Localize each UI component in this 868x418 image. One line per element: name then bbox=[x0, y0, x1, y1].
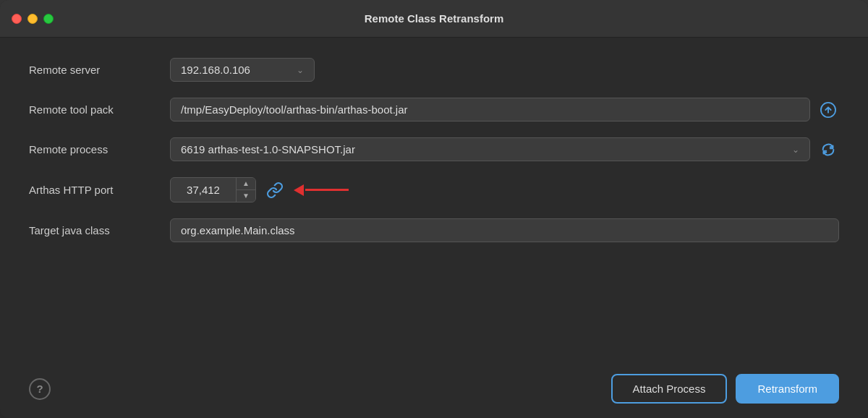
arthas-http-port-row: Arthas HTTP port 37,412 ▲ ▼ bbox=[29, 177, 839, 202]
port-stepper: ▲ ▼ bbox=[236, 178, 255, 202]
remote-process-dropdown[interactable]: 6619 arthas-test-1.0-SNAPSHOT.jar ⌄ bbox=[170, 137, 810, 161]
footer-buttons: Attach Process Retransform bbox=[611, 374, 839, 404]
link-icon bbox=[266, 182, 284, 199]
title-bar: Remote Class Retransform bbox=[0, 0, 868, 38]
remote-process-row: Remote process 6619 arthas-test-1.0-SNAP… bbox=[29, 137, 839, 161]
refresh-button[interactable] bbox=[817, 139, 839, 161]
remote-process-chevron-icon: ⌄ bbox=[792, 145, 799, 155]
refresh-icon bbox=[820, 142, 836, 158]
target-java-class-row: Target java class bbox=[29, 218, 839, 242]
port-value[interactable]: 37,412 bbox=[171, 179, 236, 201]
port-input-box: 37,412 ▲ ▼ bbox=[170, 177, 256, 202]
help-button[interactable]: ? bbox=[29, 378, 51, 400]
chevron-down-icon: ⌄ bbox=[297, 65, 304, 75]
remote-server-value: 192.168.0.106 bbox=[181, 64, 250, 76]
link-button[interactable] bbox=[263, 179, 286, 202]
footer: ? Attach Process Retransform bbox=[0, 371, 868, 418]
form-content: Remote server 192.168.0.106 ⌄ Remote too… bbox=[0, 38, 868, 371]
upload-icon bbox=[820, 102, 836, 118]
remote-server-dropdown[interactable]: 192.168.0.106 ⌄ bbox=[170, 58, 315, 82]
remote-tool-pack-input[interactable] bbox=[170, 98, 810, 121]
upload-button[interactable] bbox=[817, 99, 839, 121]
minimize-button[interactable] bbox=[27, 14, 38, 24]
remote-tool-pack-label: Remote tool pack bbox=[29, 103, 170, 116]
attach-process-button[interactable]: Attach Process bbox=[611, 374, 728, 404]
arthas-http-port-control: 37,412 ▲ ▼ bbox=[170, 177, 839, 202]
port-increment-button[interactable]: ▲ bbox=[237, 178, 255, 190]
remote-process-control: 6619 arthas-test-1.0-SNAPSHOT.jar ⌄ bbox=[170, 137, 839, 161]
remote-server-row: Remote server 192.168.0.106 ⌄ bbox=[29, 58, 839, 82]
remote-tool-pack-row: Remote tool pack bbox=[29, 98, 839, 121]
target-java-class-input[interactable] bbox=[170, 218, 839, 242]
arthas-http-port-label: Arthas HTTP port bbox=[29, 184, 170, 196]
port-decrement-button[interactable]: ▼ bbox=[237, 190, 255, 202]
remote-tool-pack-control bbox=[170, 98, 839, 121]
close-button[interactable] bbox=[12, 14, 22, 24]
window-title: Remote Class Retransform bbox=[365, 12, 504, 25]
remote-process-value: 6619 arthas-test-1.0-SNAPSHOT.jar bbox=[181, 143, 792, 155]
red-arrow-indicator bbox=[294, 184, 349, 196]
target-java-class-label: Target java class bbox=[29, 224, 170, 236]
remote-process-label: Remote process bbox=[29, 143, 170, 155]
remote-server-label: Remote server bbox=[29, 64, 170, 76]
retransform-button[interactable]: Retransform bbox=[736, 374, 839, 404]
maximize-button[interactable] bbox=[43, 14, 54, 24]
remote-server-control: 192.168.0.106 ⌄ bbox=[170, 58, 839, 82]
main-window: Remote Class Retransform Remote server 1… bbox=[0, 0, 868, 418]
target-java-class-control bbox=[170, 218, 839, 242]
traffic-lights bbox=[12, 14, 54, 24]
